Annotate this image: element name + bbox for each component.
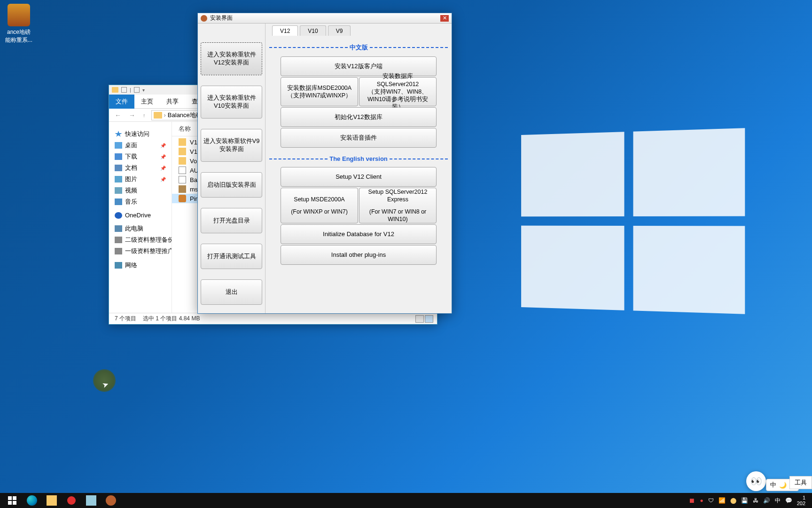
file-icon [179,185,186,193]
tray-volume-icon[interactable]: 🔊 [763,497,770,504]
setup-msde-button[interactable]: Setup MSDE2000A (For WINXP or WIN7) [281,188,358,223]
tray-network-icon[interactable]: 🖧 [753,497,758,504]
tray-icon[interactable]: 🛡 [708,497,714,504]
view-icons-button[interactable] [425,315,433,323]
close-button[interactable]: ✕ [440,15,449,22]
nav-videos[interactable]: 视频 [109,185,172,196]
tab-share[interactable]: 共享 [160,95,185,109]
installer-titlebar[interactable]: 安装界面 ✕ [198,13,452,24]
desktop-icon [115,142,122,149]
tray-icon[interactable]: ⏹ [688,497,695,504]
taskbar-clock[interactable]: 1 202 [797,495,805,506]
nav-onedrive[interactable]: OneDrive [109,210,172,220]
tray-notification-icon[interactable]: 💬 [785,497,792,504]
nav-pictures[interactable]: 图片 [109,174,172,185]
pc-icon [115,225,122,232]
tab-file[interactable]: 文件 [109,95,134,109]
taskbar-edge[interactable] [23,493,41,508]
nav-drive[interactable]: 一级资料整理推广19 [109,246,172,257]
view-details-button[interactable] [415,315,424,323]
launch-old-installer-button[interactable]: 启动旧版安装界面 [201,172,262,198]
tray-icon[interactable]: ⬤ [730,497,736,504]
tab-home[interactable]: 主页 [134,95,160,109]
installer-icon [106,495,116,506]
status-item-count: 7 个项目 [115,315,136,323]
document-icon [115,165,122,171]
setup-sqlserver-button[interactable]: Setup SQLServer2012 Express (For WIN7 or… [359,188,437,223]
desktop-shortcut[interactable]: ance地磅 能称重系... [2,4,35,44]
taskbar-notepad[interactable] [82,493,101,508]
file-icon [179,176,186,183]
installer-window[interactable]: 安装界面 ✕ 进入安装称重软件 V12安装界面 进入安装称重软件V10安装界面 … [197,13,452,314]
nav-this-pc[interactable]: 此电脑 [109,223,172,234]
nav-desktop[interactable]: 桌面 [109,140,172,151]
enter-v10-button[interactable]: 进入安装称重软件V10安装界面 [201,86,262,119]
windows-icon [8,496,16,505]
nav-downloads[interactable]: 下载 [109,151,172,162]
navigation-pane: 快速访问 桌面 下载 文档 图片 视频 音乐 OneDrive 此电脑 二级资料… [109,122,172,313]
music-icon [115,198,122,205]
nav-documents[interactable]: 文档 [109,162,172,174]
nav-music[interactable]: 音乐 [109,196,172,207]
install-sqlserver-button[interactable]: 安装数据库SQLServer2012 （支持WIN7、WIN8、WIN10请参考… [359,77,437,106]
edge-icon [27,495,37,506]
star-icon [115,131,122,137]
qat-button[interactable] [134,87,140,93]
nav-drive[interactable]: 二级资料整理备份统 [109,234,172,246]
install-plugins-en-button[interactable]: Install other plug-ins [281,245,437,265]
tray-icon[interactable]: 💾 [741,497,748,504]
tray-icon[interactable]: 📶 [718,497,726,504]
tab-v10[interactable]: V10 [300,25,326,36]
qat-button[interactable] [121,87,127,93]
tab-v12[interactable]: V12 [272,25,298,36]
nav-back-icon[interactable]: ← [113,111,123,119]
init-v12-db-button[interactable]: 初始化V12数据库 [281,107,437,127]
system-tray: ⏹ ● 🛡 📶 ⬤ 💾 🖧 🔊 中 💬 1 202 [688,495,809,506]
folder-icon [179,148,186,155]
folder-icon [154,112,162,119]
install-msde-button[interactable]: 安装数据库MSDE2000A （支持WIN7或WINXP） [281,77,358,106]
nav-forward-icon[interactable]: → [127,111,137,119]
window-title: 安装界面 [210,14,233,22]
open-comm-test-button[interactable]: 打开通讯测试工具 [201,244,262,269]
exit-button[interactable]: 退出 [201,279,262,305]
nav-quick-access[interactable]: 快速访问 [109,128,172,140]
drive-icon [115,248,122,254]
tool-button[interactable]: 工具 [789,476,812,489]
videos-icon [115,187,122,194]
setup-v12-client-button[interactable]: Setup V12 Client [281,167,437,187]
desktop-shortcut-label: ance地磅 能称重系... [2,28,35,44]
tray-record-icon[interactable]: ● [700,497,703,504]
init-db-en-button[interactable]: Initialize Database for V12 [281,224,437,244]
taskbar-installer[interactable] [102,493,120,508]
status-selection: 选中 1 个项目 4.84 MB [143,315,200,323]
notepad-icon [86,495,96,506]
tray-ime[interactable]: 中 [775,497,781,505]
installer-sidebar: 进入安装称重软件 V12安装界面 进入安装称重软件V10安装界面 进入安装称重软… [198,24,265,313]
drive-icon [115,237,122,243]
folder-icon [179,157,186,165]
app-icon [201,15,207,22]
taskbar-explorer[interactable] [42,493,61,508]
install-voice-plugin-button[interactable]: 安装语音插件 [281,128,437,148]
assistant-bubble[interactable]: 👀 [746,471,766,491]
english-section-header: The English version [269,155,448,162]
start-button[interactable] [3,493,22,508]
installer-main: V12 V10 V9 中文版 安装V12版客户端 安装数据库MSDE2000A … [265,24,452,313]
folder-icon [179,138,186,146]
nav-network[interactable]: 网络 [109,260,172,271]
app-icon [8,4,30,26]
tab-v9[interactable]: V9 [328,25,351,36]
cloud-icon [115,212,122,219]
taskbar-record[interactable] [62,493,81,508]
windows-logo-backdrop [521,128,745,314]
status-bar: 7 个项目 选中 1 个项目 4.84 MB [109,313,437,324]
folder-icon [47,495,57,506]
enter-v12-button[interactable]: 进入安装称重软件 V12安装界面 [201,42,262,75]
enter-v9-button[interactable]: 进入安装称重软件V9安装界面 [201,129,262,162]
open-cd-dir-button[interactable]: 打开光盘目录 [201,208,262,233]
nav-up-icon[interactable]: ↑ [141,112,148,118]
network-icon [115,262,122,269]
version-tabs: V12 V10 V9 [269,24,448,36]
download-icon [115,153,122,160]
